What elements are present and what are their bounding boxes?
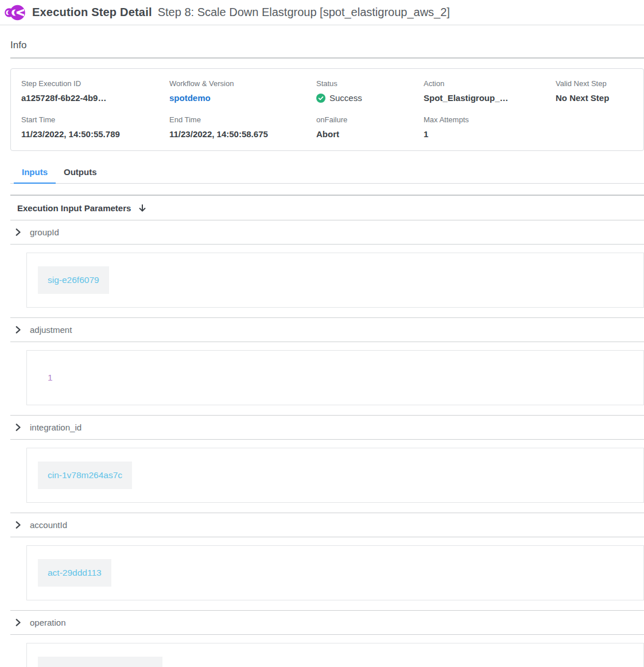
parameter-section-operation: operation elastigroupAwsScaleDown (10, 610, 644, 667)
info-field-label: Valid Next Step (556, 79, 643, 88)
info-field-value: 11/23/2022, 14:50:58.675 (169, 129, 316, 139)
parameter-row[interactable]: accountId (10, 513, 644, 537)
chevron-right-icon (14, 619, 22, 626)
info-field: Action Spot_Elastigroup_… (424, 79, 556, 103)
chevron-right-icon (14, 228, 22, 236)
status-text: Success (329, 93, 362, 103)
parameter-section-accountId: accountId act-29ddd113 (10, 513, 644, 600)
parameter-value-panel: act-29ddd113 (26, 545, 644, 600)
info-field-label: Step Execution ID (21, 79, 169, 88)
spot-logo-icon (5, 3, 25, 22)
info-field: onFailure Abort (316, 115, 424, 139)
tab-outputs[interactable]: Outputs (56, 164, 105, 184)
parameter-row[interactable]: groupId (10, 220, 644, 245)
info-field-value: No Next Step (556, 93, 643, 103)
chevron-right-icon (14, 424, 22, 431)
execution-input-parameters-header: Execution Input Parameters (10, 196, 644, 220)
info-field-label: Workflow & Version (169, 79, 316, 88)
info-field: Workflow & Version spotdemo (169, 79, 316, 103)
parameter-name: integration_id (30, 422, 82, 432)
parameter-name: adjustment (30, 325, 72, 335)
parameter-list: groupId sig-e26f6079 adjustment 1 integr… (10, 220, 644, 667)
info-field: End Time 11/23/2022, 14:50:58.675 (169, 115, 316, 139)
parameter-section-adjustment: adjustment 1 (10, 317, 644, 405)
parameter-row[interactable]: operation (10, 611, 644, 635)
info-field: Status Success (316, 79, 424, 103)
info-field-label: onFailure (316, 115, 424, 124)
info-section-title: Info (10, 25, 644, 59)
info-grid: Step Execution ID a125728f-6b22-4b9… Wor… (21, 79, 643, 139)
page-subtitle: Step 8: Scale Down Elastgroup [spot_elas… (158, 6, 450, 19)
chevron-right-icon (14, 521, 22, 529)
parameter-value-panel: sig-e26f6079 (26, 253, 644, 308)
info-field-value: Success (316, 93, 424, 103)
parameter-section-groupId: groupId sig-e26f6079 (10, 220, 644, 308)
chevron-right-icon (14, 326, 22, 334)
parameter-name: groupId (30, 227, 59, 237)
info-field-label: Max Attempts (424, 115, 556, 124)
info-field-value: a125728f-6b22-4b9… (21, 93, 169, 103)
info-field: Max Attempts 1 (424, 115, 556, 139)
app-header: Execution Step Detail Step 8: Scale Down… (0, 0, 644, 25)
parameter-value-panel: elastigroupAwsScaleDown (26, 643, 644, 667)
parameter-value-panel: 1 (26, 350, 644, 405)
execution-input-parameters-title: Execution Input Parameters (17, 203, 131, 213)
info-field-value: Abort (316, 129, 424, 139)
title-block: Execution Step Detail Step 8: Scale Down… (32, 6, 450, 19)
info-field: Start Time 11/23/2022, 14:50:55.789 (21, 115, 169, 139)
info-field-value: 11/23/2022, 14:50:55.789 (21, 129, 169, 139)
parameter-name: accountId (30, 520, 67, 530)
parameter-row[interactable]: integration_id (10, 416, 644, 440)
parameter-value: act-29ddd113 (38, 559, 111, 587)
info-card: Step Execution ID a125728f-6b22-4b9… Wor… (10, 68, 644, 151)
info-field-label: Action (424, 79, 556, 88)
info-field-label: Start Time (21, 115, 169, 124)
info-field: Step Execution ID a125728f-6b22-4b9… (21, 79, 169, 103)
parameter-row[interactable]: adjustment (10, 318, 644, 342)
info-field-value: 1 (424, 129, 556, 139)
success-check-icon (316, 94, 325, 103)
parameter-value: 1 (38, 364, 63, 391)
info-field-value[interactable]: spotdemo (169, 93, 316, 103)
info-field-label: Status (316, 79, 424, 88)
info-field-label: End Time (169, 115, 316, 124)
tab-bar: Inputs Outputs (10, 164, 644, 184)
main-content: Info Step Execution ID a125728f-6b22-4b9… (10, 25, 644, 667)
info-field-value: Spot_Elastigroup_… (424, 93, 556, 103)
parameter-value: elastigroupAwsScaleDown (38, 657, 162, 667)
tab-inputs[interactable]: Inputs (14, 164, 56, 184)
parameter-value: sig-e26f6079 (38, 266, 109, 294)
parameter-name: operation (30, 618, 66, 627)
parameter-section-integration_id: integration_id cin-1v78m264as7c (10, 415, 644, 503)
parameter-value: cin-1v78m264as7c (38, 462, 132, 489)
collapse-all-arrow-icon[interactable] (138, 204, 147, 213)
page-title: Execution Step Detail (32, 6, 152, 19)
info-field: Valid Next Step No Next Step (556, 79, 643, 103)
parameter-value-panel: cin-1v78m264as7c (26, 448, 644, 503)
